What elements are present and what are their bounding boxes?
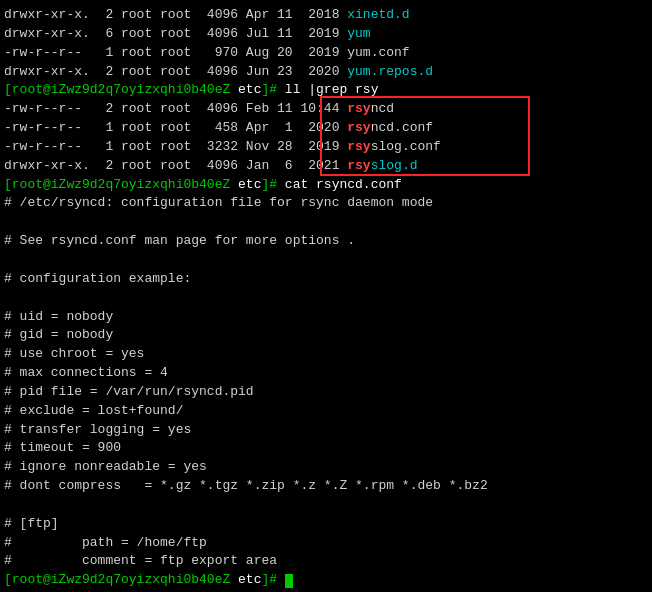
- content-line-blank3: [4, 289, 648, 308]
- final-prompt: [root@iZwz9d2q7oyizxqhi0b40eZ etc]#: [4, 571, 648, 590]
- content-line-blank2: [4, 251, 648, 270]
- content-line-16: # comment = ftp export area: [4, 552, 648, 571]
- terminal: drwxr-xr-x. 2 root root 4096 Apr 11 2018…: [0, 0, 652, 592]
- ls-line-rsyncd: -rw-r--r-- 2 root root 4096 Feb 11 10:44…: [4, 100, 648, 119]
- content-line-6: # use chroot = yes: [4, 345, 648, 364]
- content-line-3: # configuration example:: [4, 270, 648, 289]
- content-line-15: # path = /home/ftp: [4, 534, 648, 553]
- content-line-1: # /etc/rsyncd: configuration file for rs…: [4, 194, 648, 213]
- content-line-blank4: [4, 496, 648, 515]
- content-line-blank1: [4, 213, 648, 232]
- content-line-14: # [ftp]: [4, 515, 648, 534]
- content-line-2: # See rsyncd.conf man page for more opti…: [4, 232, 648, 251]
- content-line-10: # transfer logging = yes: [4, 421, 648, 440]
- prompt-cat-rsyncdconf: [root@iZwz9d2q7oyizxqhi0b40eZ etc]# cat …: [4, 176, 648, 195]
- content-line-8: # pid file = /var/run/rsyncd.pid: [4, 383, 648, 402]
- content-line-5: # gid = nobody: [4, 326, 648, 345]
- content-line-11: # timeout = 900: [4, 439, 648, 458]
- prompt-grep-rsy: [root@iZwz9d2q7oyizxqhi0b40eZ etc]# ll |…: [4, 81, 648, 100]
- cursor-blink: [285, 574, 293, 588]
- content-line-13: # dont compress = *.gz *.tgz *.zip *.z *…: [4, 477, 648, 496]
- ls-line-rsyncdconf: -rw-r--r-- 1 root root 458 Apr 1 2020 rs…: [4, 119, 648, 138]
- ls-line-yumconf: -rw-r--r-- 1 root root 970 Aug 20 2019 y…: [4, 44, 648, 63]
- ls-line-yumreposd: drwxr-xr-x. 2 root root 4096 Jun 23 2020…: [4, 63, 648, 82]
- ls-line-yum: drwxr-xr-x. 6 root root 4096 Jul 11 2019…: [4, 25, 648, 44]
- content-line-12: # ignore nonreadable = yes: [4, 458, 648, 477]
- content-line-4: # uid = nobody: [4, 308, 648, 327]
- content-line-9: # exclude = lost+found/: [4, 402, 648, 421]
- ls-line-xinetd: drwxr-xr-x. 2 root root 4096 Apr 11 2018…: [4, 6, 648, 25]
- ls-line-rsyslogconf: -rw-r--r-- 1 root root 3232 Nov 28 2019 …: [4, 138, 648, 157]
- content-line-7: # max connections = 4: [4, 364, 648, 383]
- ls-line-rsyslogd: drwxr-xr-x. 2 root root 4096 Jan 6 2021 …: [4, 157, 648, 176]
